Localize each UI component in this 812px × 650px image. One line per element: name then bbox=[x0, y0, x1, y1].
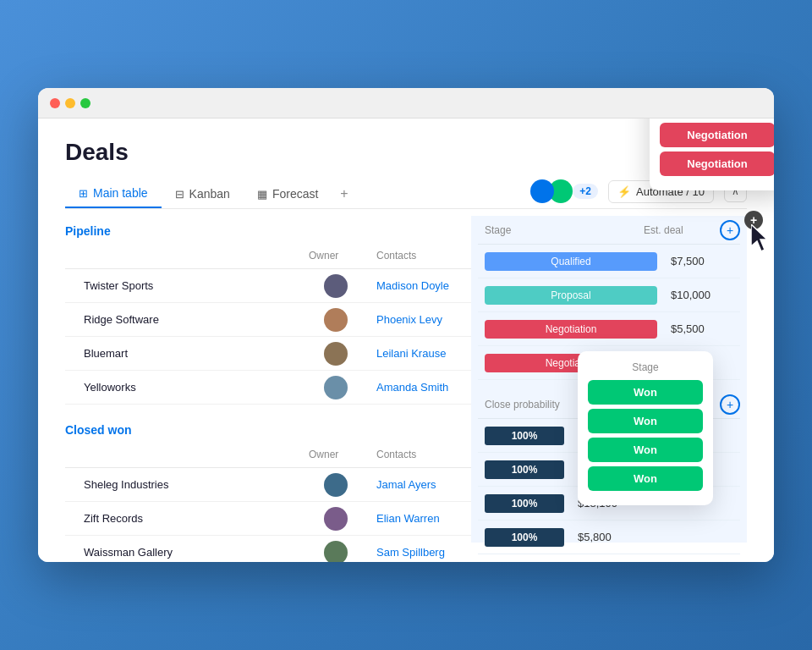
table-row: Twister Sports Madison Doyle bbox=[65, 269, 471, 303]
col-header-owner2: Owner bbox=[302, 445, 370, 464]
closed-won-title: Closed won bbox=[65, 423, 132, 437]
prob-cell: 100% bbox=[478, 525, 571, 550]
row-company-name: Waissman Gallery bbox=[65, 539, 302, 562]
avatar bbox=[324, 473, 348, 497]
prob-bar: 100% bbox=[485, 528, 564, 547]
table-row: Ridge Software Phoenix Levy bbox=[65, 303, 471, 337]
avatar-stack: +2 bbox=[530, 179, 598, 203]
won-dropdown-title: Stage bbox=[588, 361, 703, 373]
row-company-name: Sheleg Industries bbox=[65, 471, 302, 498]
avatar bbox=[324, 541, 348, 563]
cursor-icon bbox=[751, 224, 774, 255]
add-col-button[interactable]: + bbox=[720, 220, 740, 240]
contact-cell[interactable]: Phoenix Levy bbox=[370, 310, 471, 329]
right-data-row-closed-3: 100% $5,800 bbox=[478, 521, 740, 554]
dot-maximize[interactable] bbox=[80, 98, 91, 108]
tab-kanban[interactable]: ⊟ Kanban bbox=[162, 180, 244, 207]
table-row: Zift Records Elian Warren bbox=[65, 502, 471, 536]
dot-minimize[interactable] bbox=[65, 98, 75, 108]
col-header-name bbox=[65, 246, 302, 265]
stage-cell: Qualified bbox=[478, 249, 664, 274]
right-data-row: Qualified $7,500 bbox=[478, 245, 740, 278]
right-panel: Stage Est. deal + Qualified $7,500 Propo bbox=[471, 216, 747, 543]
table-row: Waissman Gallery Sam Spillberg bbox=[65, 536, 471, 562]
avatar-1 bbox=[530, 179, 554, 203]
kanban-icon: ⊟ bbox=[175, 188, 184, 201]
row-company-name: Yelloworks bbox=[65, 374, 302, 400]
stage-option-negotiation-2[interactable]: Negotiation bbox=[660, 151, 774, 176]
tab-main-table-label: Main table bbox=[93, 186, 148, 200]
prob-bar: 100% bbox=[485, 427, 564, 445]
automate-icon: ⚡ bbox=[617, 185, 631, 198]
col-header-contacts2: Contacts bbox=[370, 445, 471, 464]
browser-titlebar bbox=[38, 88, 774, 118]
won-option-2[interactable]: Won bbox=[588, 409, 703, 433]
row-company-name: Zift Records bbox=[65, 505, 302, 532]
row-company-name: Ridge Software bbox=[65, 306, 302, 333]
avatar bbox=[324, 507, 348, 531]
tab-main-table[interactable]: ⊞ Main table bbox=[65, 179, 162, 208]
table-icon: ⊞ bbox=[79, 187, 88, 200]
est-deal-cell: $7,500 bbox=[664, 251, 740, 271]
prob-cell: 100% bbox=[478, 491, 571, 516]
avatar bbox=[324, 376, 348, 399]
owner-cell bbox=[302, 305, 370, 335]
est-deal-cell-closed: $5,800 bbox=[571, 527, 740, 547]
tab-forecast[interactable]: ▦ Forecast bbox=[244, 180, 332, 207]
col-header-contacts: Contacts bbox=[370, 246, 471, 265]
tab-kanban-label: Kanban bbox=[189, 187, 230, 201]
pipeline-table-header: Owner Contacts bbox=[65, 243, 471, 269]
contact-cell[interactable]: Madison Doyle bbox=[370, 276, 471, 295]
stage-cell: Proposal bbox=[478, 283, 664, 308]
avatar bbox=[324, 274, 348, 298]
pipeline-section-header: Pipeline bbox=[65, 216, 471, 243]
stage-dropdown: Stage Qualified Proposal Negotiation Neg… bbox=[650, 118, 774, 190]
left-panel: Pipeline Owner Contacts Twister Sports bbox=[65, 216, 471, 543]
prob-bar: 100% bbox=[485, 494, 564, 513]
dot-close[interactable] bbox=[50, 98, 60, 108]
table-row: Sheleg Industries Jamal Ayers bbox=[65, 468, 471, 502]
tab-forecast-label: Forecast bbox=[272, 187, 318, 201]
contact-cell[interactable]: Sam Spillberg bbox=[370, 543, 471, 562]
owner-cell bbox=[302, 470, 370, 500]
add-tab-button[interactable]: + bbox=[332, 179, 356, 208]
prob-bar: 100% bbox=[485, 460, 564, 479]
add-col-button-2[interactable]: + bbox=[720, 394, 740, 415]
avatar-count-badge[interactable]: +2 bbox=[573, 184, 598, 199]
owner-cell bbox=[302, 339, 370, 369]
forecast-icon: ▦ bbox=[257, 188, 267, 201]
won-option-1[interactable]: Won bbox=[588, 380, 703, 405]
right-data-row: Proposal $10,000 bbox=[478, 278, 740, 312]
avatar bbox=[324, 308, 348, 332]
col-header-est-deal-pipeline: Est. deal bbox=[637, 224, 713, 236]
app-header: Deals ••• bbox=[65, 139, 747, 166]
col-header-close-prob: Close probability bbox=[478, 399, 571, 410]
browser-dots bbox=[50, 98, 91, 108]
avatar bbox=[324, 342, 348, 366]
app-content: Deals ••• ⊞ Main table ⊟ Kanban ▦ Foreca… bbox=[38, 118, 774, 562]
col-header-name bbox=[65, 445, 302, 464]
closed-won-table-header: Owner Contacts bbox=[65, 442, 471, 468]
contact-cell[interactable]: Elian Warren bbox=[370, 509, 471, 528]
won-option-3[interactable]: Won bbox=[588, 438, 703, 462]
contact-cell[interactable]: Jamal Ayers bbox=[370, 475, 471, 494]
stage-cell: Negotiation bbox=[478, 317, 664, 342]
owner-cell bbox=[302, 271, 370, 301]
table-row: Yelloworks Amanda Smith bbox=[65, 371, 471, 405]
contact-cell[interactable]: Leilani Krause bbox=[370, 344, 471, 363]
owner-cell bbox=[302, 372, 370, 403]
won-option-4[interactable]: Won bbox=[588, 466, 703, 491]
main-table-area: Pipeline Owner Contacts Twister Sports bbox=[65, 216, 747, 543]
page-title: Deals bbox=[65, 139, 129, 166]
contact-cell[interactable]: Amanda Smith bbox=[370, 377, 471, 397]
stage-pill-qualified[interactable]: Qualified bbox=[485, 252, 657, 271]
prob-cell: 100% bbox=[478, 457, 571, 482]
closed-won-section-header: Closed won bbox=[65, 415, 471, 442]
owner-cell bbox=[302, 537, 370, 563]
table-row: Bluemart Leilani Krause bbox=[65, 337, 471, 371]
stage-option-negotiation-1[interactable]: Negotiation bbox=[660, 123, 774, 147]
stage-pill-proposal[interactable]: Proposal bbox=[485, 286, 657, 305]
stage-pill-negotiation-1[interactable]: Negotiation bbox=[485, 320, 657, 339]
owner-cell bbox=[302, 504, 370, 534]
won-dropdown: Stage Won Won Won Won bbox=[578, 351, 713, 505]
